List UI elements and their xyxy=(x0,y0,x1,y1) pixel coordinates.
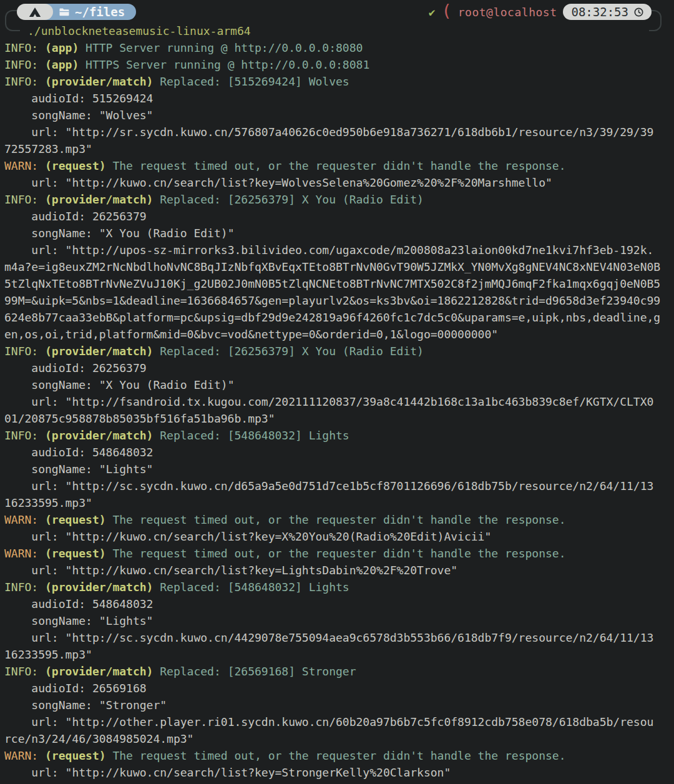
log-detail-line: audioId: 26256379 xyxy=(4,208,660,225)
log-level-label: INFO: xyxy=(4,581,38,594)
log-output: INFO: (app) HTTP Server running @ http:/… xyxy=(4,39,660,784)
log-line: INFO: (provider/match) Replaced: [548648… xyxy=(4,427,660,444)
log-detail-line: songName: "Lights" xyxy=(4,612,660,629)
log-detail-line: audioId: 548648032 xyxy=(4,595,660,612)
log-detail-line: audioId: 548648032 xyxy=(4,444,660,461)
time-label: 08:32:53 xyxy=(571,5,628,19)
log-scope-label: (app) xyxy=(45,58,79,71)
log-detail-line: audioId: 515269424 xyxy=(4,90,660,107)
log-detail-text: songName: "Stronger" xyxy=(4,698,167,712)
log-message: The request timed out, or the requester … xyxy=(112,159,565,172)
log-line: INFO: (provider/match) Replaced: [262563… xyxy=(4,343,660,360)
log-level-label: INFO: xyxy=(4,665,38,678)
log-detail-text: songName: "X You (Radio Edit)" xyxy=(4,227,234,240)
log-detail-line: url: "http://kuwo.cn/search/list?key=Str… xyxy=(4,764,660,781)
log-detail-line: url: "http://kuwo.cn/search/list?key=Wol… xyxy=(4,174,660,191)
log-message: Replaced: [26256379] X You (Radio Edit) xyxy=(160,193,424,206)
log-level-label: INFO: xyxy=(4,41,38,54)
log-level-label: WARN: xyxy=(4,159,38,172)
terminal-content: ~/files ✔ ( root@localhost 08:32:53 xyxy=(0,0,674,784)
log-detail-text: url: "http://other.player.ri01.sycdn.kuw… xyxy=(4,715,653,745)
log-scope-label: (app) xyxy=(45,41,79,54)
log-line: INFO: (provider/match) Replaced: [548648… xyxy=(4,579,660,595)
log-level-label: INFO: xyxy=(4,345,38,358)
os-segment xyxy=(17,4,53,20)
arch-linux-icon xyxy=(29,7,41,17)
log-detail-line: songName: "Wolves" xyxy=(4,107,660,124)
log-line: WARN: (request) The request timed out, o… xyxy=(4,545,660,562)
log-detail-line: url: "http://sr.sycdn.kuwo.cn/576807a406… xyxy=(4,124,660,157)
status-check-icon: ✔ xyxy=(429,6,436,19)
log-detail-text: url: "http://sc.sycdn.kuwo.cn/4429078e75… xyxy=(4,631,653,661)
log-detail-text: url: "http://kuwo.cn/search/list?key=X%2… xyxy=(4,530,491,543)
log-detail-text: url: "http://upos-sz-mirrorks3.bilivideo… xyxy=(4,243,660,341)
log-line: INFO: (app) HTTPS Server running @ http:… xyxy=(4,56,660,73)
log-message: Replaced: [548648032] Lights xyxy=(160,429,349,442)
log-detail-text: url: "http://kuwo.cn/search/list?key=Str… xyxy=(4,766,451,779)
log-line: WARN: (request) The request timed out, o… xyxy=(4,157,660,174)
log-detail-text: url: "http://kuwo.cn/search/list?key=Wol… xyxy=(4,176,552,189)
log-level-label: WARN: xyxy=(4,547,38,560)
log-message: HTTPS Server running @ http://0.0.0.0:80… xyxy=(85,58,369,71)
log-detail-line: url: "http://kuwo.cn/search/list?key=X%2… xyxy=(4,528,660,545)
log-detail-text: audioId: 515269424 xyxy=(4,92,153,105)
log-line: INFO: (app) HTTP Server running @ http:/… xyxy=(4,39,660,56)
log-detail-text: audioId: 548648032 xyxy=(4,597,153,610)
log-scope-label: (provider/match) xyxy=(45,345,153,358)
log-scope-label: (request) xyxy=(45,159,106,172)
log-detail-line: url: "http://fsandroid.tx.kugou.com/2021… xyxy=(4,393,660,427)
log-line: WARN: (request) The request timed out, o… xyxy=(4,511,660,528)
log-message: The request timed out, or the requester … xyxy=(112,513,565,526)
folder-icon xyxy=(59,8,69,16)
log-message: Replaced: [515269424] Wolves xyxy=(160,75,349,88)
log-detail-text: url: "http://kuwo.cn/search/list?key=Lig… xyxy=(4,564,457,577)
log-detail-text: songName: "X You (Radio Edit)" xyxy=(4,378,234,391)
log-line: WARN: (request) The request timed out, o… xyxy=(4,747,660,764)
log-scope-label: (provider/match) xyxy=(45,75,153,88)
log-detail-line: url: "http://sc.sycdn.kuwo.cn/d65a9a5e0d… xyxy=(4,478,660,511)
log-message: Replaced: [26569168] Stronger xyxy=(160,665,356,678)
user-host-label: root@localhost xyxy=(458,6,557,19)
log-scope-label: (request) xyxy=(45,513,106,526)
log-message: Replaced: [26256379] X You (Radio Edit) xyxy=(160,345,424,358)
log-detail-text: audioId: 26569168 xyxy=(4,682,147,695)
log-detail-text: songName: "Wolves" xyxy=(4,109,153,122)
log-line: INFO: (provider/match) Replaced: [515269… xyxy=(4,73,660,90)
log-detail-line: url: "http://upos-sz-mirrorks3.bilivideo… xyxy=(4,242,660,343)
log-detail-text: audioId: 26256379 xyxy=(4,361,147,375)
prompt-separator: ( xyxy=(442,2,452,19)
prompt-right-cluster: ✔ ( root@localhost 08:32:53 xyxy=(429,4,652,20)
log-line: INFO: xyxy=(4,781,660,784)
log-detail-text: url: "http://sc.sycdn.kuwo.cn/d65a9a5e0d… xyxy=(4,479,653,509)
log-detail-text: audioId: 26256379 xyxy=(4,210,147,223)
log-level-label: WARN: xyxy=(4,513,38,526)
log-detail-line: songName: "X You (Radio Edit)" xyxy=(4,225,660,242)
log-detail-line: audioId: 26256379 xyxy=(4,360,660,376)
log-detail-text: audioId: 548648032 xyxy=(4,446,153,459)
log-detail-line: songName: "X You (Radio Edit)" xyxy=(4,376,660,393)
log-detail-text: url: "http://sr.sycdn.kuwo.cn/576807a406… xyxy=(4,125,653,155)
terminal-window[interactable]: ~/files ✔ ( root@localhost 08:32:53 xyxy=(0,0,674,784)
clock-icon xyxy=(634,7,643,17)
log-message: The request timed out, or the requester … xyxy=(112,547,565,560)
log-line: INFO: (provider/match) Replaced: [265691… xyxy=(4,663,660,680)
log-scope-label: (request) xyxy=(45,749,106,762)
log-level-label: INFO: xyxy=(4,429,38,442)
time-pill: 08:32:53 xyxy=(563,4,652,20)
log-scope-label: (provider/match) xyxy=(45,193,153,206)
log-scope-label: (provider/match) xyxy=(45,581,153,594)
log-scope-label: (provider/match) xyxy=(45,665,153,678)
log-detail-line: songName: "Stronger" xyxy=(4,697,660,713)
log-scope-label: (request) xyxy=(45,547,106,560)
log-level-label: INFO: xyxy=(4,58,38,71)
log-detail-text: songName: "Lights" xyxy=(4,463,153,476)
log-detail-line: url: "http://other.player.ri01.sycdn.kuw… xyxy=(4,713,660,747)
command-line: ./unblockneteasemusic-linux-arm64 xyxy=(4,22,674,39)
log-line: INFO: (provider/match) Replaced: [262563… xyxy=(4,191,660,208)
log-level-label: INFO: xyxy=(4,193,38,206)
log-detail-line: songName: "Lights" xyxy=(4,461,660,478)
log-detail-line: audioId: 26569168 xyxy=(4,680,660,697)
cwd-label: ~/files xyxy=(75,5,125,19)
log-detail-line: url: "http://sc.sycdn.kuwo.cn/4429078e75… xyxy=(4,629,660,663)
log-message: HTTP Server running @ http://0.0.0.0:808… xyxy=(85,41,363,54)
